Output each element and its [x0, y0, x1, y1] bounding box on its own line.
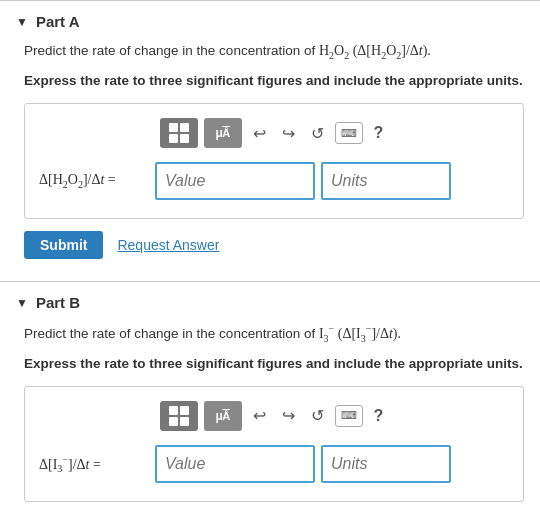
- undo-icon: ↩: [253, 124, 266, 143]
- part-b-instruction: Express the rate to three significant fi…: [24, 354, 524, 374]
- part-b-reset-button[interactable]: ↺: [306, 402, 329, 430]
- part-a-value-input[interactable]: [155, 162, 315, 200]
- part-a-input-row: Δ[H2O2]/Δt =: [39, 162, 509, 200]
- keyboard-icon: ⌨: [341, 409, 357, 422]
- help-icon: ?: [374, 407, 384, 425]
- part-a-formula: H2O2 (Δ[H2O2]/Δt).: [319, 43, 431, 58]
- part-b-formula: I3− (Δ[I3−]/Δt).: [319, 326, 401, 341]
- part-b-toolbar: μÅ ↩ ↪ ↺ ⌨ ?: [39, 401, 509, 431]
- part-b-header: ▼ Part B: [16, 294, 524, 311]
- part-a-help-button[interactable]: ?: [369, 119, 389, 147]
- part-a-reset-button[interactable]: ↺: [306, 119, 329, 147]
- keyboard-icon: ⌨: [341, 127, 357, 140]
- part-a-content: Predict the rate of change in the concen…: [16, 40, 524, 259]
- part-b-units-input[interactable]: [321, 445, 451, 483]
- part-b-collapse-arrow[interactable]: ▼: [16, 296, 28, 310]
- part-b-grid-button[interactable]: [160, 401, 198, 431]
- part-a-collapse-arrow[interactable]: ▼: [16, 15, 28, 29]
- part-b-help-button[interactable]: ?: [369, 402, 389, 430]
- part-a-submit-button[interactable]: Submit: [24, 231, 103, 259]
- part-a-undo-button[interactable]: ↩: [248, 119, 271, 147]
- part-b-answer-box: μÅ ↩ ↪ ↺ ⌨ ? Δ[I3: [24, 386, 524, 502]
- help-icon: ?: [374, 124, 384, 142]
- part-a-keyboard-button[interactable]: ⌨: [335, 122, 363, 144]
- part-a-toolbar: μÅ ↩ ↪ ↺ ⌨ ?: [39, 118, 509, 148]
- undo-icon: ↩: [253, 406, 266, 425]
- part-b-question: Predict the rate of change in the concen…: [24, 321, 524, 345]
- part-b-section: ▼ Part B Predict the rate of change in t…: [0, 281, 540, 515]
- part-a-ua-button[interactable]: μÅ: [204, 118, 242, 148]
- part-a-equation-label: Δ[H2O2]/Δt =: [39, 172, 149, 190]
- reset-icon: ↺: [311, 406, 324, 425]
- part-b-value-input[interactable]: [155, 445, 315, 483]
- part-a-submit-row: Submit Request Answer: [24, 231, 524, 259]
- part-a-title: Part A: [36, 13, 80, 30]
- part-b-equation-label: Δ[I3−]/Δt =: [39, 454, 149, 474]
- part-a-grid-button[interactable]: [160, 118, 198, 148]
- part-b-keyboard-button[interactable]: ⌨: [335, 405, 363, 427]
- part-b-ua-button[interactable]: μÅ: [204, 401, 242, 431]
- part-b-redo-button[interactable]: ↪: [277, 402, 300, 430]
- part-b-title: Part B: [36, 294, 80, 311]
- part-a-request-answer-button[interactable]: Request Answer: [117, 237, 219, 253]
- part-a-instruction: Express the rate to three significant fi…: [24, 71, 524, 91]
- part-b-input-row: Δ[I3−]/Δt =: [39, 445, 509, 483]
- redo-icon: ↪: [282, 124, 295, 143]
- part-a-units-input[interactable]: [321, 162, 451, 200]
- part-a-question: Predict the rate of change in the concen…: [24, 40, 524, 63]
- part-b-undo-button[interactable]: ↩: [248, 402, 271, 430]
- redo-icon: ↪: [282, 406, 295, 425]
- part-a-header: ▼ Part A: [16, 13, 524, 30]
- part-a-redo-button[interactable]: ↪: [277, 119, 300, 147]
- part-a-answer-box: μÅ ↩ ↪ ↺ ⌨ ? Δ[H2: [24, 103, 524, 219]
- reset-icon: ↺: [311, 124, 324, 143]
- grid-icon: [169, 123, 189, 143]
- grid-icon: [169, 406, 189, 426]
- part-b-content: Predict the rate of change in the concen…: [16, 321, 524, 502]
- part-a-section: ▼ Part A Predict the rate of change in t…: [0, 0, 540, 275]
